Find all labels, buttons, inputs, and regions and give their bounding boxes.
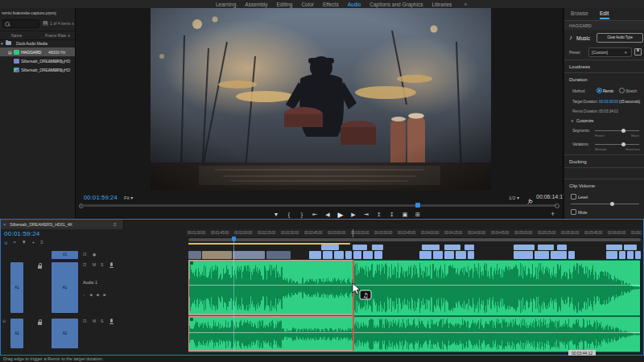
add-marker-button[interactable]: ▼ xyxy=(272,212,280,217)
video-clip[interactable] xyxy=(557,245,567,250)
video-clip[interactable] xyxy=(444,251,454,259)
toggle-track-output-eye-icon[interactable]: ◉ xyxy=(93,252,96,257)
workspace-tab-editing[interactable]: Editing xyxy=(277,2,293,7)
audio1-track-name[interactable]: Audio 1 xyxy=(83,280,97,285)
button-editor-plus[interactable]: + xyxy=(551,210,555,218)
project-row-dock-audio-media-0[interactable]: ▾Dock Audio Media xyxy=(0,39,75,47)
video-clip[interactable] xyxy=(188,251,201,259)
video-clip[interactable] xyxy=(353,251,361,259)
mute-checkbox[interactable] xyxy=(571,209,576,215)
segments-slider-thumb[interactable] xyxy=(621,129,625,133)
step-back-button[interactable]: ◀ xyxy=(324,212,332,218)
video-clip[interactable] xyxy=(233,251,265,259)
audio2-mute-button[interactable]: M xyxy=(93,319,96,323)
workspace-tab-libraries[interactable]: Libraries xyxy=(431,2,452,7)
extract-button[interactable]: ↧ xyxy=(388,212,396,218)
lift-button[interactable]: ↥ xyxy=(375,212,383,218)
program-scrubber[interactable] xyxy=(80,204,556,207)
folder-twirl-icon[interactable]: ▾ xyxy=(1,41,3,46)
target-tolerance-dropdown[interactable]: (±5 seconds) xyxy=(619,99,640,104)
video-clip[interactable] xyxy=(345,251,352,259)
column-frame-rate[interactable]: Frame Rate ∧ xyxy=(45,33,70,38)
section-duration[interactable]: Duration xyxy=(569,77,588,82)
program-video-frame[interactable] xyxy=(151,8,491,190)
step-forward-button[interactable]: ▶ xyxy=(349,212,357,218)
video-clip[interactable] xyxy=(624,245,637,250)
section-loudness[interactable]: Loudness xyxy=(569,64,590,69)
video-clip[interactable] xyxy=(321,245,339,250)
video-clip[interactable] xyxy=(334,251,344,259)
variations-slider[interactable] xyxy=(595,144,639,145)
video-clip[interactable] xyxy=(538,245,554,250)
panel-menu-icon[interactable]: ≡ xyxy=(114,222,117,227)
clear-audio-type-button[interactable]: Clear Audio Type xyxy=(597,33,643,43)
variations-slider-thumb[interactable] xyxy=(621,142,625,146)
audio1-keyframe-controls[interactable]: ○ ◀ ◆ ▶ xyxy=(83,293,108,297)
workspace-tab-effects[interactable]: Effects xyxy=(323,2,339,7)
video-clip[interactable] xyxy=(202,251,232,259)
video-clip[interactable] xyxy=(372,245,383,250)
project-row-silbersalz-dreamers-hd-2[interactable]: Silbersalz_DREAMERS_HD23.98 fps xyxy=(0,56,75,65)
video-clip[interactable] xyxy=(568,251,575,259)
remix-edit-line[interactable] xyxy=(353,260,354,351)
track-lock-icon[interactable] xyxy=(38,322,42,325)
video-clip[interactable] xyxy=(374,251,382,259)
audio1-solo-button[interactable]: S xyxy=(101,262,103,267)
selected-remix-clip-outline[interactable] xyxy=(188,316,353,351)
audio2-source-patch[interactable]: A2 xyxy=(10,319,23,348)
workspace-tab-captions-and-graphics[interactable]: Captions and Graphics xyxy=(369,2,423,7)
video-clip[interactable] xyxy=(551,251,567,259)
timeline-current-timecode[interactable]: 00:01:59:24 xyxy=(4,230,39,237)
preset-dropdown[interactable]: [Custom] ▾ xyxy=(588,47,632,57)
video-track-target-v1[interactable]: V1 xyxy=(52,251,78,259)
radio-remix-label[interactable]: Remix xyxy=(603,88,613,93)
audio1-track-target[interactable]: A1 xyxy=(52,262,78,313)
video-clip[interactable] xyxy=(419,251,431,259)
sequence-tab[interactable]: × Silbersalz_DREAMERS_HD01_4K ≡ xyxy=(1,220,124,229)
save-preset-icon[interactable] xyxy=(634,48,642,56)
section-ducking[interactable]: Ducking xyxy=(569,159,587,164)
list-view-icon[interactable]: ▤ xyxy=(43,20,48,27)
mark-in-button[interactable]: { xyxy=(285,212,293,217)
audio2-meter-icon[interactable]: ⊙ xyxy=(2,319,6,323)
customize-label[interactable]: Customize xyxy=(576,118,593,123)
video-clip[interactable] xyxy=(464,245,474,250)
program-current-timecode[interactable]: 00:01:59:24 xyxy=(84,194,118,201)
video-clip[interactable] xyxy=(363,251,373,259)
audio1-sync-icon[interactable]: ⊡ xyxy=(83,262,86,267)
video-clip[interactable] xyxy=(353,245,367,250)
video-clip[interactable] xyxy=(456,251,466,259)
zoom-level-dropdown[interactable]: Fit ▾ xyxy=(124,195,133,200)
workspace-tab-learning[interactable]: Learning xyxy=(216,2,236,7)
project-search-input[interactable] xyxy=(2,19,39,28)
tab-edit[interactable]: Edit xyxy=(600,10,609,16)
workspace-tab-assembly[interactable]: Assembly xyxy=(245,2,267,7)
selected-remix-clip-outline[interactable] xyxy=(188,260,353,315)
workspace-tab-audio[interactable]: Audio xyxy=(348,2,361,7)
export-frame-button[interactable]: ▣ xyxy=(401,212,409,218)
level-slider-thumb[interactable] xyxy=(610,202,614,206)
scrubber-right-handle[interactable] xyxy=(555,204,559,208)
video-clip[interactable] xyxy=(619,251,625,259)
target-duration-value[interactable]: 00:03:30:00 xyxy=(599,99,618,104)
video-clip[interactable] xyxy=(468,251,474,259)
audio1-mute-button[interactable]: M xyxy=(93,262,96,267)
tab-browse[interactable]: Browse xyxy=(571,10,588,16)
project-row-haggard-1[interactable]: ▤HAGGARD48000 Hz xyxy=(0,47,75,56)
radio-stretch-label[interactable]: Stretch xyxy=(625,88,637,93)
close-icon[interactable]: × xyxy=(3,222,6,227)
video-clip[interactable] xyxy=(433,251,443,259)
radio-remix[interactable] xyxy=(597,88,602,93)
video-clip[interactable] xyxy=(309,251,321,259)
level-checkbox[interactable] xyxy=(571,194,576,200)
video-clip[interactable] xyxy=(323,251,332,259)
video-clip[interactable] xyxy=(514,245,535,250)
track-lock-icon[interactable] xyxy=(38,265,42,269)
voiceover-record-icon[interactable] xyxy=(110,262,113,266)
playback-resolution-dropdown[interactable]: 1/2 ▾ xyxy=(509,195,519,200)
segments-slider[interactable] xyxy=(595,130,639,131)
video-clip[interactable] xyxy=(606,251,617,259)
video-clip[interactable] xyxy=(606,245,622,250)
comparison-view-button[interactable]: ⊞ xyxy=(414,212,422,218)
mark-out-button[interactable]: } xyxy=(298,212,306,217)
